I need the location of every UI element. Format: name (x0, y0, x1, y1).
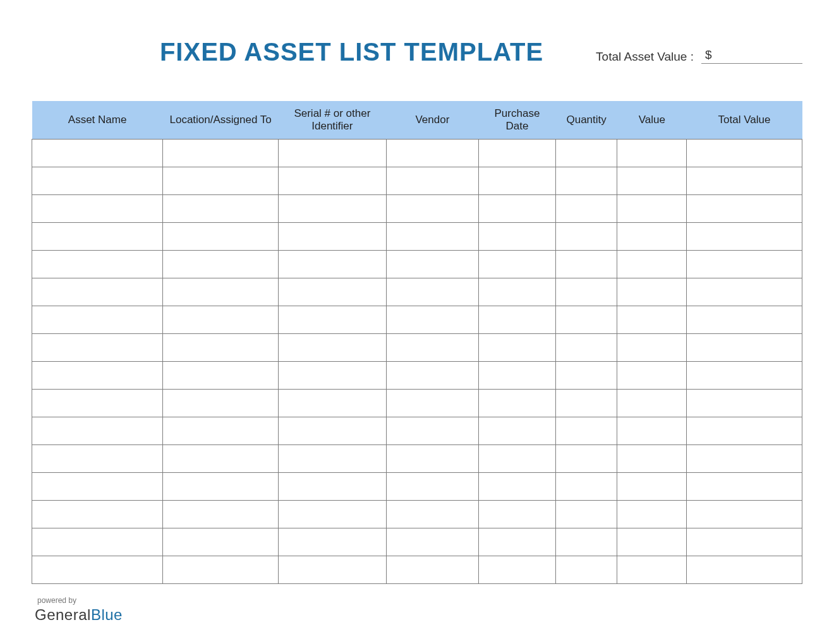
table-cell[interactable] (279, 195, 387, 223)
table-cell[interactable] (617, 140, 687, 167)
table-cell[interactable] (555, 501, 617, 528)
table-cell[interactable] (617, 528, 687, 556)
table-cell[interactable] (386, 334, 478, 362)
table-cell[interactable] (687, 167, 802, 195)
table-cell[interactable] (32, 362, 163, 390)
table-cell[interactable] (163, 306, 279, 334)
table-cell[interactable] (279, 306, 387, 334)
table-cell[interactable] (555, 362, 617, 390)
table-cell[interactable] (617, 223, 687, 251)
table-cell[interactable] (617, 390, 687, 417)
table-cell[interactable] (386, 445, 478, 473)
table-cell[interactable] (687, 501, 802, 528)
table-cell[interactable] (279, 223, 387, 251)
table-cell[interactable] (279, 417, 387, 445)
table-cell[interactable] (555, 278, 617, 306)
table-cell[interactable] (279, 556, 387, 584)
table-cell[interactable] (163, 445, 279, 473)
table-cell[interactable] (32, 223, 163, 251)
table-cell[interactable] (163, 417, 279, 445)
table-cell[interactable] (555, 140, 617, 167)
table-cell[interactable] (478, 278, 555, 306)
table-cell[interactable] (386, 390, 478, 417)
table-cell[interactable] (617, 501, 687, 528)
table-cell[interactable] (32, 195, 163, 223)
table-cell[interactable] (478, 223, 555, 251)
table-cell[interactable] (478, 306, 555, 334)
table-cell[interactable] (32, 390, 163, 417)
table-cell[interactable] (386, 306, 478, 334)
table-cell[interactable] (617, 306, 687, 334)
table-cell[interactable] (386, 528, 478, 556)
table-cell[interactable] (555, 528, 617, 556)
table-cell[interactable] (687, 306, 802, 334)
table-cell[interactable] (386, 501, 478, 528)
table-cell[interactable] (32, 417, 163, 445)
table-cell[interactable] (163, 501, 279, 528)
table-cell[interactable] (555, 556, 617, 584)
table-cell[interactable] (279, 334, 387, 362)
table-cell[interactable] (386, 140, 478, 167)
table-cell[interactable] (687, 362, 802, 390)
table-cell[interactable] (478, 251, 555, 278)
table-cell[interactable] (279, 278, 387, 306)
table-cell[interactable] (163, 473, 279, 501)
table-cell[interactable] (478, 501, 555, 528)
table-cell[interactable] (617, 417, 687, 445)
table-cell[interactable] (163, 556, 279, 584)
table-cell[interactable] (163, 390, 279, 417)
table-cell[interactable] (163, 278, 279, 306)
table-cell[interactable] (617, 445, 687, 473)
table-cell[interactable] (386, 473, 478, 501)
table-cell[interactable] (478, 528, 555, 556)
table-cell[interactable] (163, 334, 279, 362)
table-cell[interactable] (32, 556, 163, 584)
table-cell[interactable] (617, 278, 687, 306)
table-cell[interactable] (163, 167, 279, 195)
table-cell[interactable] (555, 445, 617, 473)
table-cell[interactable] (555, 306, 617, 334)
table-cell[interactable] (279, 501, 387, 528)
table-cell[interactable] (687, 195, 802, 223)
table-cell[interactable] (163, 140, 279, 167)
table-cell[interactable] (687, 334, 802, 362)
table-cell[interactable] (555, 251, 617, 278)
table-cell[interactable] (687, 390, 802, 417)
table-cell[interactable] (617, 195, 687, 223)
table-cell[interactable] (555, 195, 617, 223)
table-cell[interactable] (279, 167, 387, 195)
table-cell[interactable] (279, 362, 387, 390)
table-cell[interactable] (687, 223, 802, 251)
table-cell[interactable] (617, 556, 687, 584)
table-cell[interactable] (478, 334, 555, 362)
table-cell[interactable] (32, 473, 163, 501)
table-cell[interactable] (386, 251, 478, 278)
table-cell[interactable] (163, 362, 279, 390)
table-cell[interactable] (32, 167, 163, 195)
table-cell[interactable] (478, 362, 555, 390)
table-cell[interactable] (478, 473, 555, 501)
total-asset-value-field[interactable]: $ (701, 48, 802, 64)
table-cell[interactable] (386, 167, 478, 195)
table-cell[interactable] (478, 390, 555, 417)
table-cell[interactable] (32, 528, 163, 556)
table-cell[interactable] (32, 306, 163, 334)
table-cell[interactable] (478, 556, 555, 584)
table-cell[interactable] (279, 445, 387, 473)
table-cell[interactable] (617, 167, 687, 195)
table-cell[interactable] (279, 140, 387, 167)
table-cell[interactable] (478, 417, 555, 445)
table-cell[interactable] (617, 251, 687, 278)
table-cell[interactable] (555, 223, 617, 251)
table-cell[interactable] (32, 251, 163, 278)
table-cell[interactable] (555, 417, 617, 445)
table-cell[interactable] (687, 140, 802, 167)
table-cell[interactable] (478, 140, 555, 167)
table-cell[interactable] (617, 473, 687, 501)
table-cell[interactable] (478, 195, 555, 223)
table-cell[interactable] (617, 334, 687, 362)
table-cell[interactable] (32, 334, 163, 362)
table-cell[interactable] (386, 417, 478, 445)
table-cell[interactable] (386, 223, 478, 251)
table-cell[interactable] (386, 195, 478, 223)
